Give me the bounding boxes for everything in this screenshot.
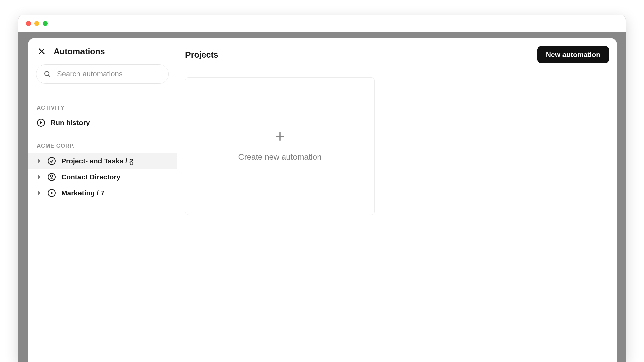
sidebar-header: Automations	[28, 38, 177, 64]
nav-item-label: Project- and Tasks / 2	[61, 157, 133, 165]
sidebar-title: Automations	[54, 47, 105, 56]
window-titlebar	[18, 15, 626, 32]
app-window: Automations ACTIVITY	[18, 15, 626, 362]
create-automation-card[interactable]: Create new automation	[185, 77, 375, 215]
window-close-light[interactable]	[26, 21, 31, 26]
window-minimize-light[interactable]	[34, 21, 39, 26]
new-automation-button[interactable]: New automation	[537, 46, 609, 63]
svg-marker-13	[51, 192, 53, 195]
svg-marker-8	[38, 175, 41, 179]
nav-run-history[interactable]: Run history	[28, 115, 177, 131]
check-circle-icon	[47, 157, 56, 165]
window-zoom-light[interactable]	[43, 21, 48, 26]
nav-run-history-label: Run history	[51, 119, 90, 127]
app-body-backdrop: Automations ACTIVITY	[18, 32, 626, 362]
svg-line-3	[49, 75, 50, 77]
close-button[interactable]	[37, 46, 47, 56]
main-title: Projects	[185, 50, 218, 60]
svg-point-7	[48, 157, 55, 165]
section-label-workspace: ACME CORP.	[28, 131, 177, 153]
close-icon	[38, 47, 46, 55]
search-icon	[44, 70, 51, 78]
nav-item-label: Contact Directory	[61, 173, 120, 181]
main-area: Projects New automation Create new autom…	[177, 38, 617, 362]
svg-marker-5	[40, 121, 43, 124]
automations-modal: Automations ACTIVITY	[28, 38, 617, 362]
nav-item-marketing[interactable]: Marketing / 7	[28, 185, 177, 201]
svg-marker-6	[38, 159, 41, 163]
chevron-right-icon	[37, 175, 42, 179]
search-box[interactable]	[36, 64, 169, 84]
svg-point-2	[45, 71, 49, 76]
main-header: Projects New automation	[177, 38, 617, 71]
main-content: Create new automation	[177, 71, 617, 362]
plus-icon	[274, 131, 286, 142]
play-circle-icon	[37, 118, 45, 127]
search-container	[28, 64, 177, 95]
chevron-right-icon	[37, 159, 42, 163]
svg-point-10	[51, 175, 53, 177]
sidebar: Automations ACTIVITY	[28, 38, 177, 362]
chevron-right-icon	[37, 191, 42, 195]
create-card-label: Create new automation	[238, 152, 321, 162]
svg-marker-11	[38, 191, 41, 195]
section-label-activity: ACTIVITY	[28, 95, 177, 115]
search-input[interactable]	[57, 70, 161, 78]
nav-item-project-tasks[interactable]: Project- and Tasks / 2	[28, 153, 177, 169]
play-circle-icon	[47, 189, 56, 197]
user-circle-icon	[47, 173, 56, 181]
nav-item-contact-directory[interactable]: Contact Directory	[28, 169, 177, 185]
nav-item-label: Marketing / 7	[61, 189, 104, 197]
